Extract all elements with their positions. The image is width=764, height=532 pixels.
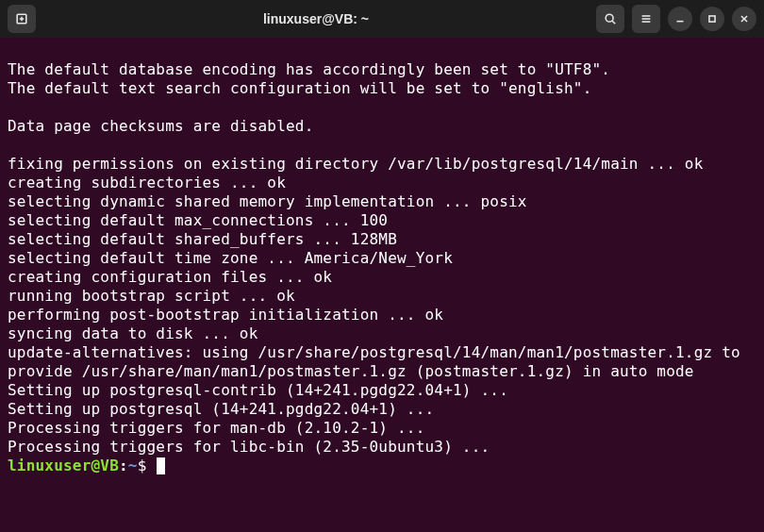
- new-tab-icon: [15, 12, 28, 25]
- new-tab-button[interactable]: [8, 5, 36, 33]
- terminal-output: The default database encoding has accord…: [8, 60, 756, 475]
- search-button[interactable]: [596, 5, 624, 33]
- search-icon: [604, 12, 617, 25]
- window-title: linuxuser@VB: ~: [43, 11, 589, 26]
- titlebar-right: [596, 5, 756, 33]
- svg-point-3: [606, 14, 613, 22]
- close-button[interactable]: [732, 7, 756, 31]
- output-line: Setting up postgresql-contrib (14+241.pg…: [8, 381, 508, 399]
- minimize-icon: [673, 12, 687, 25]
- terminal-cursor: [157, 457, 165, 474]
- output-line: Setting up postgresql (14+241.pgdg22.04+…: [8, 400, 434, 418]
- output-line: running bootstrap script ... ok: [8, 287, 295, 305]
- output-line: creating configuration files ... ok: [8, 268, 332, 286]
- output-line: selecting default max_connections ... 10…: [8, 211, 388, 229]
- output-line: selecting default shared_buffers ... 128…: [8, 230, 397, 248]
- prompt-user-host: linuxuser@VB: [8, 457, 119, 474]
- output-line: update-alternatives: using /usr/share/po…: [8, 343, 750, 380]
- output-line: The default database encoding has accord…: [8, 60, 610, 78]
- output-line: Data page checksums are disabled.: [8, 117, 313, 135]
- svg-rect-9: [709, 16, 715, 22]
- output-line: performing post-bootstrap initialization…: [8, 306, 443, 324]
- output-line: Processing triggers for man-db (2.10.2-1…: [8, 419, 424, 437]
- maximize-icon: [706, 12, 719, 25]
- prompt-dollar: $: [138, 457, 157, 474]
- menu-button[interactable]: [632, 5, 660, 33]
- output-line: The default text search configuration wi…: [8, 79, 591, 97]
- titlebar-left: [8, 5, 36, 33]
- prompt-line: linuxuser@VB:~$: [8, 457, 165, 474]
- minimize-button[interactable]: [668, 7, 692, 31]
- output-line: selecting default time zone ... America/…: [8, 249, 453, 267]
- svg-line-4: [612, 21, 615, 24]
- terminal-viewport[interactable]: The default database encoding has accord…: [0, 38, 764, 502]
- prompt-path: ~: [128, 457, 138, 474]
- close-icon: [738, 12, 751, 25]
- output-line: Processing triggers for libc-bin (2.35-0…: [8, 438, 490, 456]
- prompt-colon: :: [119, 457, 128, 474]
- output-line: selecting dynamic shared memory implemen…: [8, 192, 527, 210]
- output-line: creating subdirectories ... ok: [8, 174, 286, 191]
- maximize-button[interactable]: [700, 7, 724, 31]
- hamburger-icon: [639, 12, 653, 25]
- output-line: fixing permissions on existing directory…: [8, 155, 703, 173]
- output-line: syncing data to disk ... ok: [8, 324, 258, 342]
- window-titlebar: linuxuser@VB: ~: [0, 0, 764, 38]
